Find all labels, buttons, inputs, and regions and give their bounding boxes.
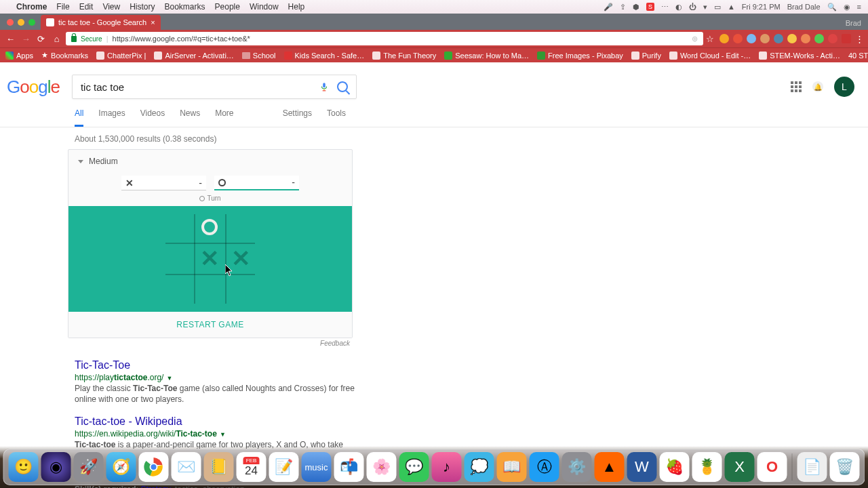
menu-view[interactable]: View <box>102 2 120 12</box>
menubar-clock[interactable]: Fri 9:21 PM <box>742 3 781 11</box>
bookmark[interactable]: AirServer - Activati… <box>154 52 233 60</box>
wifi-icon[interactable]: ▾ <box>703 3 707 12</box>
bookmark[interactable]: Word Cloud - Edit -… <box>669 52 751 60</box>
display-icon[interactable]: ▭ <box>714 3 721 12</box>
menu-people[interactable]: People <box>215 2 240 12</box>
extension-icon[interactable] <box>747 34 756 43</box>
dock-contacts[interactable]: 📒 <box>204 452 234 482</box>
dock-appstore[interactable]: Ⓐ <box>530 452 559 482</box>
chevron-down-icon[interactable]: ▼ <box>220 431 226 438</box>
status-icon[interactable]: ⋯ <box>661 3 669 12</box>
cell-0-2[interactable] <box>225 211 256 243</box>
status-icon[interactable]: ⏻ <box>689 3 696 11</box>
feedback-link[interactable]: Feedback <box>68 338 353 347</box>
dock-launchpad[interactable]: 🚀 <box>74 452 104 482</box>
difficulty-selector[interactable]: Medium <box>68 150 352 173</box>
dock-app[interactable]: 📬 <box>334 452 364 482</box>
close-window-button[interactable] <box>7 19 14 26</box>
dock-preferences[interactable]: ⚙️ <box>562 452 592 482</box>
bookmark[interactable]: STEM-Works - Acti… <box>759 52 840 60</box>
spotlight-icon[interactable]: 🔍 <box>827 3 837 12</box>
dock-siri[interactable]: ◉ <box>41 452 71 482</box>
minimize-window-button[interactable] <box>18 19 24 26</box>
app-name[interactable]: Chrome <box>16 2 47 12</box>
cell-1-1[interactable]: ✕ <box>194 243 225 274</box>
bookmark[interactable]: Free Images - Pixabay <box>537 52 623 60</box>
cell-2-0[interactable] <box>163 274 194 305</box>
bookmark[interactable]: ★Bookmarks <box>41 51 88 60</box>
result-title[interactable]: Tic-tac-toe - Wikipedia <box>75 415 359 428</box>
extension-icon[interactable] <box>801 34 810 43</box>
profile-indicator[interactable]: Brad <box>846 19 868 30</box>
tab-more[interactable]: More <box>215 108 233 127</box>
extension-icon[interactable] <box>760 34 770 43</box>
home-button[interactable]: ⌂ <box>50 32 63 45</box>
bookmark[interactable]: ChatterPix | <box>96 52 146 60</box>
status-icon[interactable]: S <box>646 3 654 11</box>
star-icon[interactable]: ☆ <box>706 34 715 43</box>
dock-trash[interactable]: 🗑️ <box>830 452 860 482</box>
bookmark[interactable]: Kids Search - Safe… <box>284 52 365 60</box>
siri-icon[interactable]: ◉ <box>844 3 850 12</box>
dock-safari[interactable]: 🧭 <box>106 452 136 482</box>
bookmark[interactable]: Seesaw: How to Ma… <box>444 52 529 60</box>
tab-images[interactable]: Images <box>98 108 125 127</box>
volume-icon[interactable]: ▲ <box>728 3 735 11</box>
dock-vlc[interactable]: ▲ <box>595 452 625 482</box>
voice-search-icon[interactable] <box>319 80 329 94</box>
omnibox-action-icon[interactable]: ⊚ <box>692 35 698 43</box>
browser-tab[interactable]: tic tac toe - Google Search × <box>41 15 161 30</box>
menu-bookmarks[interactable]: Bookmarks <box>165 2 205 12</box>
dock-chrome[interactable] <box>139 452 169 482</box>
dock-notes[interactable]: 📝 <box>269 452 299 482</box>
google-logo[interactable]: Google <box>7 77 72 98</box>
tab-news[interactable]: News <box>180 108 200 127</box>
menu-edit[interactable]: Edit <box>79 2 94 12</box>
dock-itunes[interactable]: ♪ <box>432 452 462 482</box>
back-button[interactable]: ← <box>4 32 17 45</box>
cell-1-2[interactable]: ✕ <box>225 243 256 274</box>
tab-all[interactable]: All <box>75 108 83 127</box>
menubar-user[interactable]: Brad Dale <box>787 3 821 11</box>
close-tab-icon[interactable]: × <box>151 18 155 26</box>
chrome-menu-icon[interactable]: ⋮ <box>855 34 864 43</box>
chevron-down-icon[interactable]: ▼ <box>166 375 172 382</box>
cell-0-0[interactable] <box>163 211 194 243</box>
bookmark[interactable]: 40 STEM Activities… <box>848 52 868 60</box>
notification-center-icon[interactable]: ≡ <box>857 3 861 11</box>
dock-document[interactable]: 📄 <box>797 452 827 482</box>
dock-app[interactable]: 🍍 <box>692 452 722 482</box>
extension-icon[interactable] <box>842 34 851 43</box>
extension-icon[interactable] <box>828 34 837 43</box>
dock-excel[interactable]: X <box>725 452 755 482</box>
extension-icon[interactable] <box>774 34 783 43</box>
extension-icon[interactable] <box>719 34 729 43</box>
dock-word[interactable]: W <box>627 452 657 482</box>
dock-app[interactable]: 💭 <box>465 452 494 482</box>
bookmark-folder[interactable]: School <box>242 52 276 60</box>
dock-ibooks[interactable]: 📖 <box>497 452 527 482</box>
dock-app[interactable]: 🍓 <box>660 452 690 482</box>
google-apps-icon[interactable] <box>791 81 802 92</box>
bookmark[interactable]: Purify <box>631 52 661 60</box>
settings-link[interactable]: Settings <box>283 108 312 127</box>
bookmark[interactable]: The Fun Theory <box>372 52 436 60</box>
tab-videos[interactable]: Videos <box>140 108 165 127</box>
dock-music[interactable]: music <box>302 452 332 482</box>
notifications-icon[interactable]: 🔔 <box>812 81 823 92</box>
extension-icon[interactable] <box>733 34 743 43</box>
status-icon[interactable]: 🎤 <box>604 3 613 12</box>
omnibox[interactable]: Secure | https://www.google.com/#q=tic+t… <box>66 32 703 45</box>
menu-help[interactable]: Help <box>288 2 305 12</box>
menu-file[interactable]: File <box>56 2 69 12</box>
search-box[interactable] <box>72 75 357 99</box>
status-icon[interactable]: ◐ <box>675 3 682 12</box>
cell-2-2[interactable] <box>225 274 256 305</box>
dock-finder[interactable]: 🙂 <box>9 452 39 482</box>
fullscreen-window-button[interactable] <box>28 19 35 26</box>
extension-icon[interactable] <box>814 34 824 43</box>
bookmark-apps[interactable]: Apps <box>5 52 33 60</box>
cell-2-1[interactable] <box>194 274 225 305</box>
reload-button[interactable]: ⟳ <box>35 32 48 45</box>
restart-game-button[interactable]: RESTART GAME <box>68 312 352 338</box>
